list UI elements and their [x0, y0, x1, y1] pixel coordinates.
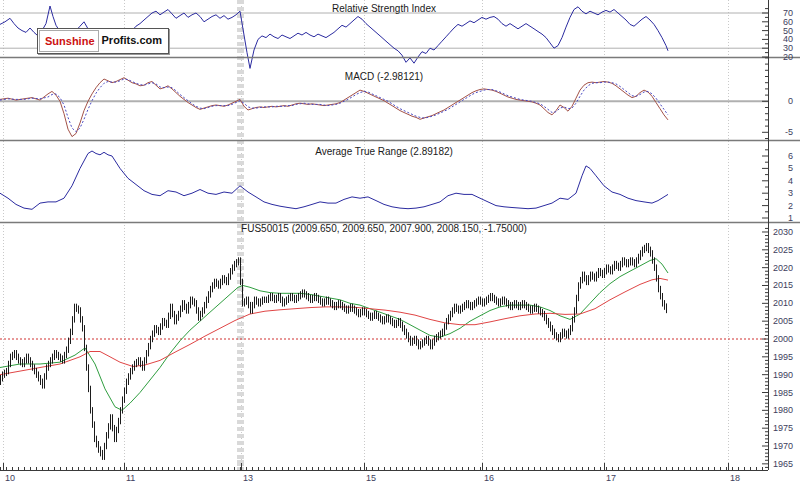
sunshineprofits-logo[interactable]: Sunshine Profits.com: [37, 28, 169, 54]
svg-text:1995: 1995: [773, 352, 793, 362]
logo-sunshine: Sunshine: [39, 30, 99, 52]
svg-text:0: 0: [788, 96, 793, 106]
svg-text:3: 3: [788, 188, 793, 198]
macd-signal-line: [0, 79, 668, 132]
svg-text:10: 10: [5, 473, 15, 483]
svg-text:20: 20: [783, 52, 793, 62]
x-gridlines: [4, 0, 729, 470]
svg-text:70: 70: [783, 8, 793, 18]
price-panel: [0, 259, 768, 411]
svg-text:2025: 2025: [773, 245, 793, 255]
svg-text:-5: -5: [785, 127, 793, 137]
x-axis: 10111315161718: [0, 463, 769, 483]
svg-text:1980: 1980: [773, 405, 793, 415]
svg-text:2000: 2000: [773, 334, 793, 344]
svg-text:1975: 1975: [773, 423, 793, 433]
svg-text:17: 17: [606, 473, 616, 483]
svg-text:1985: 1985: [773, 388, 793, 398]
svg-text:2010: 2010: [773, 298, 793, 308]
atr-line: [0, 151, 668, 209]
svg-text:2005: 2005: [773, 316, 793, 326]
svg-text:2030: 2030: [773, 227, 793, 237]
svg-text:1990: 1990: [773, 370, 793, 380]
macd-line: [0, 78, 668, 137]
svg-text:1965: 1965: [773, 459, 793, 469]
ma-slow-line: [0, 278, 668, 374]
logo-profits: Profits.com: [100, 29, 169, 53]
svg-text:40: 40: [783, 34, 793, 44]
chart: 203040506070-501234561965197019751980198…: [0, 0, 800, 489]
svg-text:1: 1: [788, 213, 793, 223]
svg-text:4: 4: [788, 176, 793, 186]
svg-text:50: 50: [783, 26, 793, 36]
svg-text:13: 13: [243, 473, 253, 483]
svg-text:1970: 1970: [773, 441, 793, 451]
ma-fast-line: [0, 259, 668, 411]
svg-text:2015: 2015: [773, 280, 793, 290]
svg-text:18: 18: [730, 473, 740, 483]
svg-text:2020: 2020: [773, 263, 793, 273]
svg-text:16: 16: [484, 473, 494, 483]
y-axis: 203040506070-501234561965197019751980198…: [762, 0, 793, 470]
svg-text:6: 6: [788, 151, 793, 161]
macd-panel: [0, 78, 768, 137]
svg-text:30: 30: [783, 43, 793, 53]
svg-text:15: 15: [366, 473, 376, 483]
atr-panel: [0, 151, 668, 209]
panel-dividers: [0, 58, 800, 223]
svg-text:2: 2: [788, 201, 793, 211]
svg-text:60: 60: [783, 17, 793, 27]
chart-svg: 203040506070-501234561965197019751980198…: [0, 0, 800, 489]
svg-text:11: 11: [126, 473, 135, 483]
svg-text:5: 5: [788, 163, 793, 173]
